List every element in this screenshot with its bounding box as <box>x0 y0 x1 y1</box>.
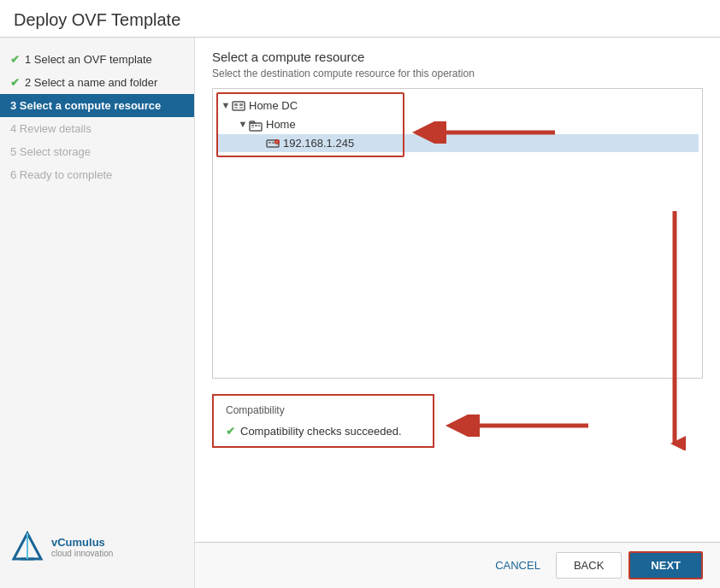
tree-node-homedc[interactable]: ▼ Home DC <box>216 96 699 115</box>
step3-label: 3 Select a compute resource <box>10 99 161 112</box>
content-area: Select a compute resource Select the des… <box>195 38 720 542</box>
svg-rect-12 <box>251 127 254 128</box>
svg-rect-4 <box>234 103 238 106</box>
back-button[interactable]: BACK <box>556 552 622 579</box>
compatibility-title: Compatibility <box>226 404 421 416</box>
footer: CANCEL BACK NEXT <box>195 542 720 588</box>
svg-rect-11 <box>258 125 260 126</box>
logo-tagline: cloud innovation <box>51 549 113 558</box>
folder-icon <box>249 117 263 131</box>
home-label: Home <box>266 118 296 131</box>
svg-rect-7 <box>239 107 243 109</box>
host-error-icon: ! <box>266 137 280 150</box>
step6-label: 6 Ready to complete <box>10 168 112 181</box>
logo-name: vCumulus <box>51 536 113 549</box>
step1-label: 1 Select an OVF template <box>25 53 152 66</box>
next-button[interactable]: NEXT <box>629 551 703 579</box>
ip-label: 192.168.1.245 <box>283 137 354 150</box>
title-bar: Deploy OVF Template <box>0 0 720 38</box>
compat-arrow <box>443 415 588 439</box>
datacenter-icon <box>232 98 245 112</box>
sidebar-item-step3[interactable]: 3 Select a compute resource <box>0 94 194 117</box>
step2-label: 2 Select a name and folder <box>25 76 157 89</box>
sidebar-item-step4: 4 Review details <box>0 117 194 140</box>
tree-arrow <box>410 121 555 144</box>
next-arrow <box>664 211 686 453</box>
svg-rect-15 <box>272 142 274 144</box>
svg-rect-10 <box>255 125 257 126</box>
chevron-down-icon-2: ▼ <box>237 119 249 129</box>
compatibility-section: Compatibility ✔ Compatibility checks suc… <box>212 394 434 448</box>
compat-message: Compatibility checks succeeded. <box>240 425 402 438</box>
logo: vCumulus cloud innovation <box>10 530 113 564</box>
sidebar: ✔ 1 Select an OVF template ✔ 2 Select a … <box>0 38 195 588</box>
chevron-down-icon: ▼ <box>220 100 232 110</box>
sidebar-item-step5: 5 Select storage <box>0 140 194 163</box>
cancel-button[interactable]: CANCEL <box>487 553 549 578</box>
svg-rect-5 <box>239 103 243 106</box>
section-subtitle: Select the destination compute resource … <box>212 68 703 79</box>
sidebar-item-step2[interactable]: ✔ 2 Select a name and folder <box>0 71 194 94</box>
section-title: Select a compute resource <box>212 50 703 64</box>
svg-rect-14 <box>269 142 271 144</box>
resource-panel[interactable]: ▼ Home DC <box>212 88 703 379</box>
page-title: Deploy OVF Template <box>14 10 706 30</box>
logo-icon <box>10 530 44 564</box>
step5-label: 5 Select storage <box>10 145 91 158</box>
svg-rect-9 <box>251 125 254 126</box>
sidebar-item-step1[interactable]: ✔ 1 Select an OVF template <box>0 48 194 71</box>
step4-label: 4 Review details <box>10 122 91 135</box>
svg-rect-8 <box>250 123 262 131</box>
svg-text:!: ! <box>276 140 277 144</box>
homedc-label: Home DC <box>249 99 298 112</box>
checkmark-icon-2: ✔ <box>10 76 20 89</box>
compat-check-icon: ✔ <box>226 425 235 438</box>
checkmark-icon: ✔ <box>10 53 20 66</box>
sidebar-item-step6: 6 Ready to complete <box>0 163 194 186</box>
svg-rect-6 <box>234 107 238 109</box>
compatibility-panel: Compatibility ✔ Compatibility checks suc… <box>212 394 434 448</box>
